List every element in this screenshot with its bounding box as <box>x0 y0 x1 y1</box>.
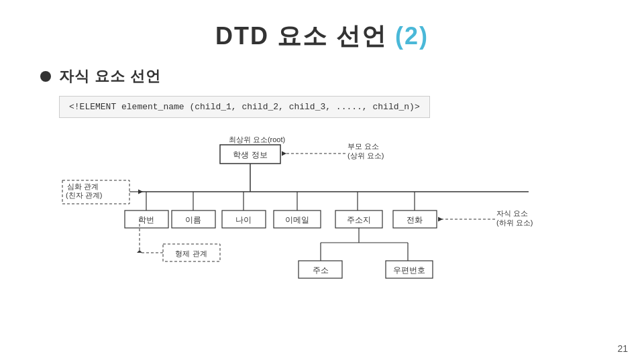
svg-text:이름: 이름 <box>185 215 201 225</box>
diagram-svg: 최상위 요소(root) 학생 정보 부모 요소 (상위 요소) 심화 관계 (… <box>59 130 609 298</box>
page-title: DTD 요소 선언 (2) <box>40 20 604 53</box>
svg-text:학생 정보: 학생 정보 <box>233 150 267 160</box>
svg-text:이메일: 이메일 <box>285 215 309 225</box>
svg-text:(친자 관계): (친자 관계) <box>66 191 102 199</box>
diagram-area: 최상위 요소(root) 학생 정보 부모 요소 (상위 요소) 심화 관계 (… <box>59 130 609 298</box>
svg-text:(하위 요소): (하위 요소) <box>496 219 533 227</box>
svg-text:주소지: 주소지 <box>347 215 371 225</box>
code-block: <!ELEMENT element_name (child_1, child_2… <box>59 96 430 118</box>
bullet-icon <box>40 71 51 82</box>
svg-text:전화: 전화 <box>407 215 423 225</box>
svg-text:심화 관계: 심화 관계 <box>67 182 99 190</box>
svg-text:자식 요소: 자식 요소 <box>496 209 528 217</box>
section-header: 자식 요소 선언 <box>40 66 604 86</box>
svg-text:형제 관계: 형제 관계 <box>175 249 207 257</box>
svg-marker-37 <box>137 250 142 253</box>
svg-text:부모 요소: 부모 요소 <box>347 142 379 150</box>
svg-text:(상위 요소): (상위 요소) <box>347 152 384 160</box>
page-number: 21 <box>617 343 628 354</box>
svg-text:우편번호: 우편번호 <box>393 265 425 275</box>
section-title: 자식 요소 선언 <box>59 66 161 86</box>
slide: DTD 요소 선언 (2) 자식 요소 선언 <!ELEMENT element… <box>0 0 644 362</box>
svg-text:나이: 나이 <box>235 215 252 225</box>
svg-text:최상위 요소(root): 최상위 요소(root) <box>229 135 285 143</box>
svg-text:학번: 학번 <box>138 215 154 225</box>
svg-text:주소: 주소 <box>313 265 329 275</box>
